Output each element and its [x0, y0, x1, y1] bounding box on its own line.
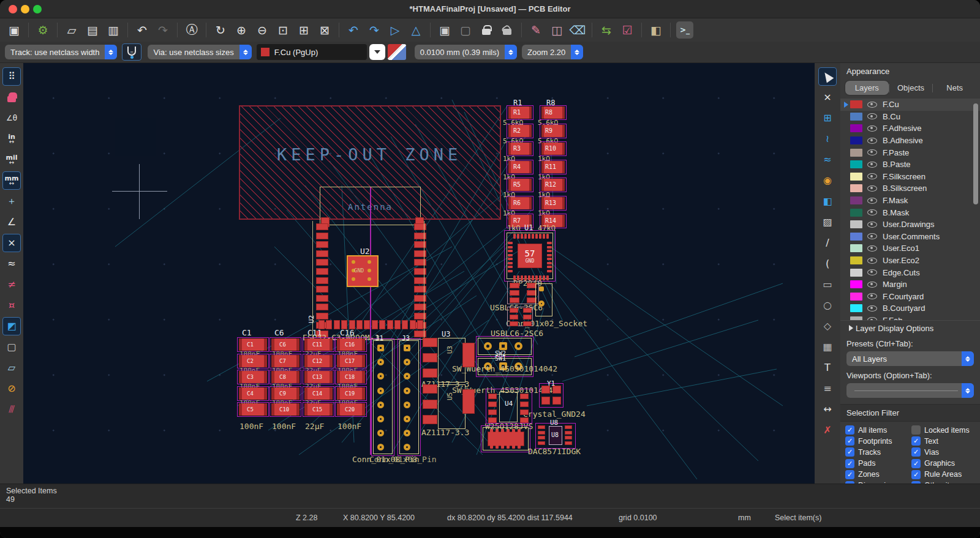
- footprint-editor-icon[interactable]: ✎: [527, 21, 545, 39]
- net-highlight-icon[interactable]: ≠: [2, 275, 21, 294]
- layer-color-swatch[interactable]: [850, 293, 862, 301]
- u2-pad-bottom[interactable]: [356, 320, 363, 329]
- u8-pad[interactable]: [565, 431, 572, 435]
- layer-color-swatch[interactable]: [850, 209, 862, 217]
- y1-part-label[interactable]: Crystal_GND24: [523, 409, 586, 419]
- dip-pad[interactable]: [518, 429, 521, 433]
- add-textbox-icon[interactable]: ≡: [818, 379, 837, 398]
- layer-color-swatch[interactable]: [850, 149, 862, 157]
- regulator-tab-pad[interactable]: [462, 343, 475, 367]
- layer-row-edge-cuts[interactable]: Edge.Cuts: [840, 266, 980, 278]
- u2-pad-right[interactable]: [414, 313, 426, 319]
- visibility-eye-icon[interactable]: [867, 233, 877, 239]
- scripting-console-icon[interactable]: >_: [676, 21, 693, 39]
- undo-icon[interactable]: ↶: [134, 21, 151, 39]
- checked-checkbox[interactable]: ✓: [845, 459, 854, 468]
- tune-length-icon[interactable]: ≈: [818, 151, 837, 169]
- dip-pad[interactable]: [507, 445, 510, 449]
- capacitor-ref[interactable]: C3: [247, 374, 254, 380]
- visibility-eye-icon[interactable]: [867, 222, 877, 228]
- y1-pad[interactable]: [541, 397, 550, 405]
- sketch-tracks-icon[interactable]: ⫻: [2, 400, 21, 419]
- layer-row-f-fab[interactable]: F.Fab: [840, 315, 980, 320]
- u2-pad-bottom[interactable]: [372, 320, 378, 329]
- u2-pad-bottom[interactable]: [379, 320, 385, 329]
- u2-pad-right[interactable]: [414, 304, 426, 310]
- switch-pad[interactable]: [484, 342, 492, 350]
- sketch-pads-icon[interactable]: ⊘: [2, 379, 21, 398]
- checked-checkbox[interactable]: ✓: [911, 459, 921, 468]
- usb-pad[interactable]: [510, 321, 518, 326]
- layer-row-f-mask[interactable]: F.Mask: [840, 195, 980, 207]
- connector-outline[interactable]: [373, 340, 393, 454]
- add-filled-zone-icon[interactable]: ◧: [818, 192, 837, 211]
- capacitor-ref[interactable]: C12: [312, 358, 322, 364]
- visibility-eye-icon[interactable]: [867, 125, 877, 132]
- track-width-select[interactable]: Track: use netclass width: [5, 45, 117, 59]
- capacitor-ref[interactable]: C5: [247, 406, 254, 413]
- zoom-selection-icon[interactable]: ⊠: [316, 21, 333, 39]
- delete-tool-icon[interactable]: ⌫: [569, 21, 586, 39]
- tab-nets[interactable]: Nets: [933, 81, 976, 95]
- interactive-delete-icon[interactable]: ✗: [818, 421, 837, 439]
- units-mils-icon[interactable]: mil↔: [2, 151, 21, 169]
- u1-pad[interactable]: [517, 234, 519, 239]
- u1-pad[interactable]: [547, 258, 552, 260]
- u4-pad[interactable]: [488, 394, 497, 399]
- u8-part-label[interactable]: DAC8571IDGK: [528, 447, 581, 456]
- save-icon[interactable]: ▣: [6, 21, 23, 39]
- layer-row-f-paste[interactable]: F.Paste: [840, 146, 980, 159]
- filter-vias[interactable]: ✓Vias: [911, 447, 980, 457]
- dip-pad[interactable]: [496, 429, 499, 433]
- connector-pad[interactable]: [404, 345, 410, 351]
- u2-pad-right[interactable]: [414, 233, 426, 239]
- dip-pad[interactable]: [518, 445, 521, 449]
- visibility-eye-icon[interactable]: [867, 269, 877, 275]
- u2-pad-right[interactable]: [414, 268, 426, 275]
- socket-pad-1[interactable]: [539, 286, 544, 291]
- regulator-pad[interactable]: [423, 338, 437, 347]
- checked-checkbox[interactable]: ✓: [845, 447, 854, 457]
- u1-pad[interactable]: [547, 266, 552, 268]
- dip-pad[interactable]: [490, 429, 493, 433]
- u1-pad[interactable]: [547, 250, 552, 252]
- checked-checkbox[interactable]: ✓: [911, 436, 921, 446]
- zone-fill-display-icon[interactable]: ◩: [2, 317, 21, 335]
- capacitor-ref[interactable]: C15: [312, 406, 322, 413]
- visibility-eye-icon[interactable]: [867, 245, 877, 252]
- resistor-ref[interactable]: R9: [545, 127, 552, 134]
- mirror-horizontal-icon[interactable]: ▷: [386, 21, 404, 39]
- layer-color-swatch[interactable]: [850, 160, 862, 168]
- connector-ref[interactable]: J3: [402, 334, 410, 342]
- layer-color-swatch[interactable]: [850, 256, 862, 264]
- draw-rectangle-icon[interactable]: ▭: [818, 275, 837, 294]
- regulator-side-ref[interactable]: U5: [446, 392, 454, 400]
- layer-color-swatch[interactable]: [850, 280, 862, 288]
- viewports-select[interactable]: [846, 383, 974, 398]
- capacitor-bottom-value[interactable]: 22µF: [305, 422, 324, 431]
- y1-ref[interactable]: Y1: [547, 379, 555, 387]
- u1-pad[interactable]: [513, 234, 516, 239]
- layer-row-user-drawings[interactable]: User.Drawings: [840, 219, 980, 231]
- layer-color-swatch[interactable]: [850, 233, 862, 241]
- regulator-side-ref[interactable]: U3: [446, 346, 454, 354]
- resistor-ref[interactable]: R14: [545, 217, 556, 224]
- layer-dropdown-button[interactable]: [369, 44, 385, 60]
- u4-pad[interactable]: [488, 402, 497, 407]
- design-rules-check-icon[interactable]: ☑: [619, 21, 636, 39]
- u1-pad[interactable]: [508, 262, 513, 264]
- switch-pad[interactable]: [499, 342, 507, 350]
- filter-text[interactable]: ✓Text: [911, 436, 980, 446]
- layer-color-swatch[interactable]: [850, 124, 862, 132]
- footprint-browser-icon[interactable]: ◫: [548, 21, 565, 39]
- group-icon[interactable]: ▣: [436, 21, 453, 39]
- u1-pad[interactable]: [508, 242, 513, 244]
- visibility-eye-icon[interactable]: [867, 305, 877, 312]
- u2-thermal-pad[interactable]: GND: [347, 255, 379, 287]
- u4-pad[interactable]: [520, 402, 529, 407]
- u8-pad[interactable]: [538, 425, 545, 429]
- visibility-eye-icon[interactable]: [867, 282, 877, 288]
- visibility-eye-icon[interactable]: [867, 173, 877, 179]
- u8-pad[interactable]: [565, 425, 572, 429]
- connector-ref[interactable]: J1: [375, 334, 383, 342]
